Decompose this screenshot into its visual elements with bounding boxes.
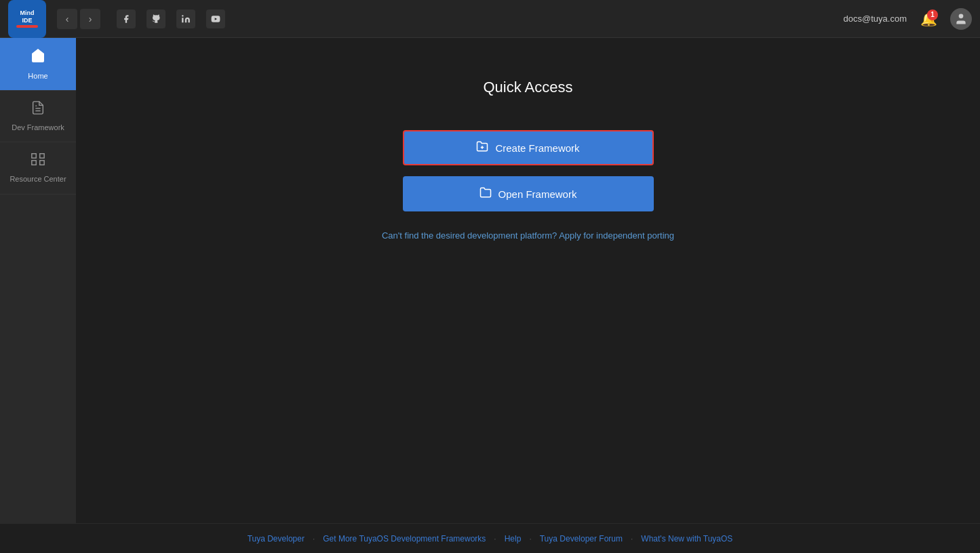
app-logo: Mind IDE <box>8 0 46 38</box>
nav-back-button[interactable]: ‹ <box>57 9 77 29</box>
svg-point-0 <box>182 15 183 16</box>
topbar-right: docs@tuya.com 🔔 1 <box>844 8 972 30</box>
porting-link[interactable]: Can't find the desired development platf… <box>382 230 674 241</box>
notification-button[interactable]: 🔔 1 <box>918 8 939 30</box>
open-framework-icon <box>479 186 492 201</box>
footer-sep-4: · <box>631 534 633 544</box>
footer-sep-1: · <box>313 534 315 544</box>
action-buttons: Create Framework Open Framework <box>403 130 654 211</box>
footer: Tuya Developer · Get More TuyaOS Develop… <box>0 523 980 553</box>
svg-rect-8 <box>40 161 44 165</box>
svg-point-2 <box>959 14 964 18</box>
sidebar-item-home[interactable]: Home <box>0 38 76 91</box>
social-icons <box>117 9 225 28</box>
youtube-icon[interactable] <box>206 9 225 28</box>
svg-rect-5 <box>32 154 36 158</box>
sidebar-item-resource-center[interactable]: Resource Center <box>0 142 76 194</box>
footer-sep-3: · <box>529 534 531 544</box>
sidebar-dev-framework-label: Dev Framework <box>12 123 64 132</box>
sidebar-home-label: Home <box>28 72 47 81</box>
footer-link-tuya-developer[interactable]: Tuya Developer <box>248 534 305 544</box>
sidebar-item-dev-framework[interactable]: Dev Framework <box>0 91 76 142</box>
linkedin-icon[interactable] <box>176 9 195 28</box>
nav-forward-button[interactable]: › <box>80 9 100 29</box>
open-framework-label: Open Framework <box>498 188 577 200</box>
footer-link-whats-new[interactable]: What's New with TuyaOS <box>641 534 732 544</box>
main-content: Quick Access Create Framework Open Frame… <box>76 38 980 523</box>
create-framework-label: Create Framework <box>495 142 579 154</box>
create-framework-button[interactable]: Create Framework <box>403 130 654 165</box>
user-email: docs@tuya.com <box>844 14 907 24</box>
user-avatar-button[interactable] <box>950 8 972 30</box>
dev-framework-icon <box>31 100 45 119</box>
quick-access-title: Quick Access <box>483 79 572 96</box>
footer-link-tuyaos-frameworks[interactable]: Get More TuyaOS Development Frameworks <box>323 534 486 544</box>
topbar: Mind IDE ‹ › docs@tuya.com <box>0 0 980 38</box>
svg-rect-7 <box>32 161 36 165</box>
sidebar: Home Dev Framework Resource Center <box>0 38 76 523</box>
github-icon[interactable] <box>146 9 165 28</box>
footer-link-developer-forum[interactable]: Tuya Developer Forum <box>540 534 623 544</box>
logo-text-line2: IDE <box>22 17 32 24</box>
footer-link-help[interactable]: Help <box>505 534 522 544</box>
open-framework-button[interactable]: Open Framework <box>403 176 654 211</box>
sidebar-resource-center-label: Resource Center <box>9 175 66 184</box>
svg-rect-6 <box>40 154 44 158</box>
create-framework-icon <box>476 140 488 155</box>
main-layout: Home Dev Framework Resource Center Quick… <box>0 38 980 523</box>
home-icon <box>30 47 46 68</box>
footer-sep-2: · <box>494 534 496 544</box>
notification-badge: 1 <box>927 9 938 20</box>
resource-center-icon <box>31 152 45 171</box>
facebook-icon[interactable] <box>117 9 136 28</box>
logo-text-line1: Mind <box>20 9 35 17</box>
topbar-left: Mind IDE ‹ › <box>8 0 225 38</box>
logo-bar <box>16 25 38 28</box>
